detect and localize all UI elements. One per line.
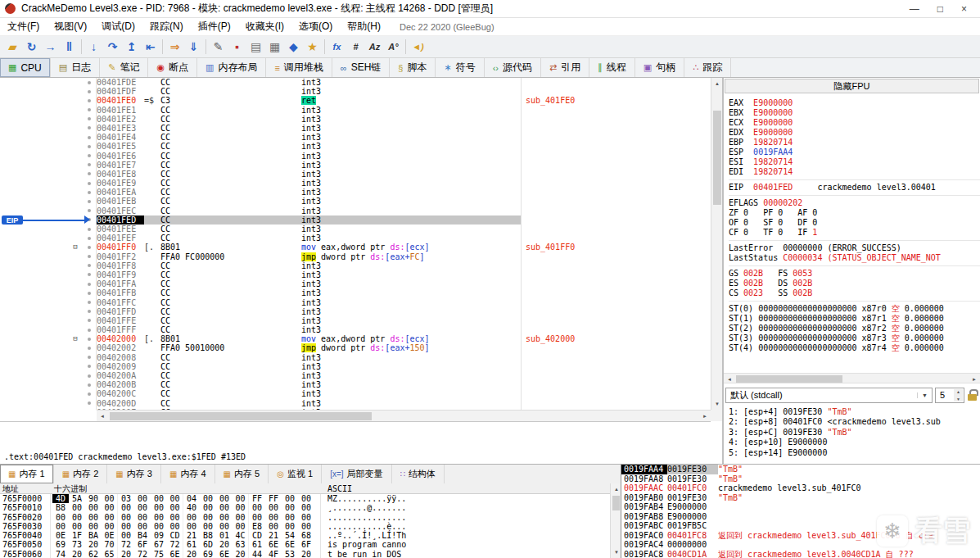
register-line-12[interactable]: ZF 0 PF 0 AF 0 [729, 208, 980, 218]
run-icon[interactable]: → [41, 39, 60, 56]
register-line-17[interactable]: LastStatus C0000034 (STATUS_OBJECT_NAME_… [729, 253, 980, 263]
dump-byte[interactable]: 00 [216, 513, 233, 522]
disasm-horizontal-scrollbar[interactable]: ◄ ► [97, 410, 711, 421]
disasm-row-00401FE4[interactable]: 00401FE4CCint3 [0, 133, 711, 142]
announcement-icon[interactable]: ◄) [409, 39, 427, 56]
menu-item-3[interactable]: 跟踪(N) [142, 18, 191, 35]
dump-byte[interactable]: 40 [183, 503, 200, 512]
tab-notes[interactable]: ✎笔记 [100, 58, 148, 77]
dump-byte[interactable]: 20 [118, 550, 134, 558]
register-line-13[interactable]: OF 0 SF 0 DF 0 [729, 218, 980, 228]
tab-locals[interactable]: [x=]局部变量 [322, 465, 391, 483]
dump-byte[interactable]: 20 [69, 550, 85, 558]
step-into-icon[interactable]: ↓ [84, 39, 103, 56]
dump-byte[interactable]: 72 [118, 540, 134, 549]
dump-byte[interactable]: 00 [298, 513, 314, 522]
disasm-row-00401FE2[interactable]: 00401FE2CCint3 [0, 115, 711, 124]
register-line-26[interactable]: ST(3) 00000000000000000000 x87r3 空 0.000… [729, 333, 980, 343]
spinner-arrows-icon[interactable]: ▲ ▼ [954, 389, 963, 401]
scroll-right-icon[interactable]: ► [699, 411, 711, 422]
disasm-row-0040200D[interactable]: 0040200DCCint3 [0, 399, 711, 408]
dump-byte[interactable]: 21 [183, 531, 200, 540]
register-line-21[interactable]: CS 0023 SS 002B [729, 288, 980, 298]
register-line-19[interactable]: GS 002B FS 0053 [729, 269, 980, 279]
register-line-11[interactable]: EFLAGS 00000202 [729, 198, 980, 208]
register-line-0[interactable]: EAX E9000000 [729, 98, 980, 108]
tab-breakpoints[interactable]: ◉断点 [148, 58, 197, 77]
registers-horizontal-scrollbar[interactable]: ◄ ► [724, 373, 980, 383]
stack-panel[interactable]: 0019FAA40019FE30"TmB"0019FAA80019FE30"Tm… [621, 464, 980, 558]
maximize-button[interactable]: □ [937, 3, 943, 15]
dump-byte[interactable]: 00 [233, 522, 249, 531]
register-line-7[interactable]: EDI 19820714 [729, 167, 980, 177]
dump-byte[interactable]: 00 [102, 503, 118, 512]
dump-byte[interactable]: 00 [118, 522, 134, 531]
dump-byte[interactable]: 00 [233, 494, 249, 503]
dump-byte[interactable]: 44 [249, 550, 265, 558]
dump-byte[interactable]: 00 [102, 522, 118, 531]
register-line-2[interactable]: ECX E9000000 [729, 118, 980, 128]
stack-row-0019FAC8[interactable]: 0019FAC80040CD1A返回到 crackmedemo level3.0… [621, 550, 980, 558]
dump-byte[interactable]: CD [167, 531, 183, 540]
disasm-row-00401FFD[interactable]: 00401FFDCCint3 [0, 307, 711, 316]
argument-line-0[interactable]: 1: [esp+4] 0019FE30 "TmB" [729, 407, 980, 417]
dump-byte[interactable]: 00 [167, 522, 183, 531]
disasm-row-00401FED[interactable]: 00401FEDCCint3 [0, 215, 711, 225]
disasm-row-0040200C[interactable]: 0040200CCCint3 [0, 389, 711, 398]
dump-row-765F0010[interactable]: 765F0010B8000000000000004000000000000000… [0, 503, 610, 512]
disasm-row-00401FF0[interactable]: ⊟00401FF0[.8B01mov eax,dword ptr ds:[ecx… [0, 243, 711, 252]
dump-byte[interactable]: 00 [282, 513, 298, 522]
scroll-left-icon[interactable]: ◄ [97, 411, 108, 422]
dump-byte[interactable]: FF [249, 494, 265, 503]
tab-watch-1[interactable]: ◎监视 1 [269, 465, 322, 483]
disasm-row-00401FE3[interactable]: 00401FE3CCint3 [0, 124, 711, 133]
dump-byte[interactable]: 00 [265, 522, 282, 531]
dump-byte[interactable]: 00 [200, 494, 216, 503]
scroll-up-icon[interactable]: ▲ [711, 78, 723, 89]
dump-byte[interactable]: 00 [102, 513, 118, 522]
dump-byte[interactable]: 4C [233, 531, 249, 540]
disasm-row-00401FE0[interactable]: 00401FE0=$C3retsub_401FE0 [0, 96, 711, 105]
dump-byte[interactable]: 00 [282, 494, 298, 503]
tab-seh-chain[interactable]: ∞SEH链 [332, 58, 391, 77]
disasm-row-00401FEB[interactable]: 00401FEBCCint3 [0, 197, 711, 206]
argument-line-4[interactable]: 5: [esp+14] E9000000 [729, 448, 980, 458]
dump-byte[interactable]: 00 [282, 503, 298, 512]
stack-row-0019FAAC[interactable]: 0019FAAC00401FC0crackmedemo level3.sub_4… [621, 483, 980, 493]
dump-row-765F0000[interactable]: 765F00004D5A90000300000004000000FFFF0000… [0, 494, 610, 503]
dump-byte[interactable]: 68 [298, 531, 314, 540]
stack-row-0019FAB8[interactable]: 0019FAB8E9000000 [621, 512, 980, 522]
dump-byte[interactable]: 04 [183, 494, 200, 503]
dump-byte[interactable]: B8 [52, 503, 69, 512]
dump-byte[interactable]: 69 [52, 540, 69, 549]
dump-byte[interactable]: 6E [265, 540, 282, 549]
pause-icon[interactable]: ‖ [60, 39, 79, 56]
dump-byte[interactable]: 00 [298, 494, 314, 503]
dump-byte[interactable]: CD [249, 531, 265, 540]
menu-item-7[interactable]: 帮助(H) [340, 18, 388, 35]
dump-byte[interactable]: 6E [167, 550, 183, 558]
dump-byte[interactable]: 00 [249, 503, 265, 512]
open-file-icon[interactable]: ▰ [3, 39, 22, 56]
disasm-row-00401FF2[interactable]: 00401FF2FFA0 FC000000jmp dword ptr ds:[e… [0, 252, 711, 261]
tab-source[interactable]: ‹›源代码 [485, 58, 541, 77]
dump-byte[interactable]: 00 [265, 503, 282, 512]
tab-struct[interactable]: ∷结构体 [392, 465, 445, 483]
disasm-row-00401FFA[interactable]: 00401FFACCint3 [0, 279, 711, 288]
dump-byte[interactable]: 00 [85, 503, 102, 512]
goto-icon[interactable]: # [346, 39, 365, 56]
argument-line-2[interactable]: 3: [esp+C] 0019FE30 "TmB" [729, 428, 980, 438]
tab-memory-3[interactable]: ▦内存 3 [107, 465, 161, 483]
dump-byte[interactable]: 20 [233, 550, 249, 558]
dump-byte[interactable]: 00 [233, 513, 249, 522]
registers-panel[interactable]: 隐藏FPU EAX E9000000EBX E9000000ECX E90000… [724, 78, 980, 464]
dump-byte[interactable]: 00 [85, 522, 102, 531]
dump-byte[interactable]: 00 [151, 513, 167, 522]
scrollbar-thumb[interactable] [612, 496, 620, 510]
register-line-6[interactable]: ESI 19820714 [729, 157, 980, 167]
favourites-icon[interactable]: ★ [303, 39, 322, 56]
register-line-3[interactable]: EDX E9000000 [729, 128, 980, 138]
dump-row-765F0060[interactable]: 765F0060742062652072756E20696E20444F5320… [0, 550, 610, 558]
dump-row-765F0030[interactable]: 765F0030000000000000000000000000E8000000… [0, 522, 610, 531]
trace-into-icon[interactable]: ⇓ [184, 39, 203, 56]
